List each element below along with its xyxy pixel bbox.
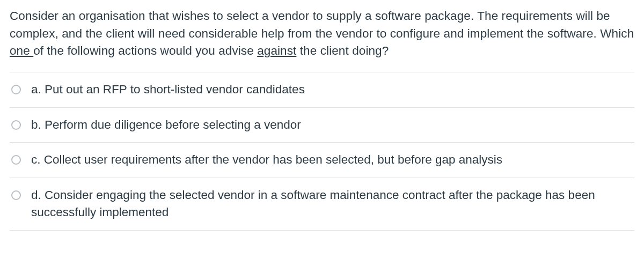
radio-icon [11, 120, 21, 130]
question-part1: Consider an organisation that wishes to … [10, 9, 634, 40]
option-d[interactable]: d. Consider engaging the selected vendor… [10, 178, 634, 231]
radio-icon [11, 155, 21, 165]
option-a-label: a. Put out an RFP to short-listed vendor… [31, 81, 633, 99]
option-b[interactable]: b. Perform due diligence before selectin… [10, 108, 634, 143]
question-part2: of the following actions would you advis… [33, 44, 257, 57]
option-d-label: d. Consider engaging the selected vendor… [31, 187, 633, 222]
option-c-label: c. Collect user requirements after the v… [31, 151, 633, 169]
radio-icon [11, 190, 21, 200]
radio-d[interactable] [11, 190, 21, 201]
radio-a[interactable] [11, 84, 21, 95]
option-c[interactable]: c. Collect user requirements after the v… [10, 143, 634, 178]
radio-c[interactable] [11, 154, 21, 165]
radio-b[interactable] [11, 120, 21, 130]
option-b-label: b. Perform due diligence before selectin… [31, 116, 633, 134]
question-text: Consider an organisation that wishes to … [10, 8, 634, 60]
question-part3: the client doing? [296, 44, 389, 57]
radio-icon [11, 85, 21, 94]
option-a[interactable]: a. Put out an RFP to short-listed vendor… [10, 72, 634, 108]
question-underlined-one: one [10, 44, 33, 57]
options-list: a. Put out an RFP to short-listed vendor… [10, 72, 634, 231]
question-underlined-against: against [257, 44, 296, 57]
